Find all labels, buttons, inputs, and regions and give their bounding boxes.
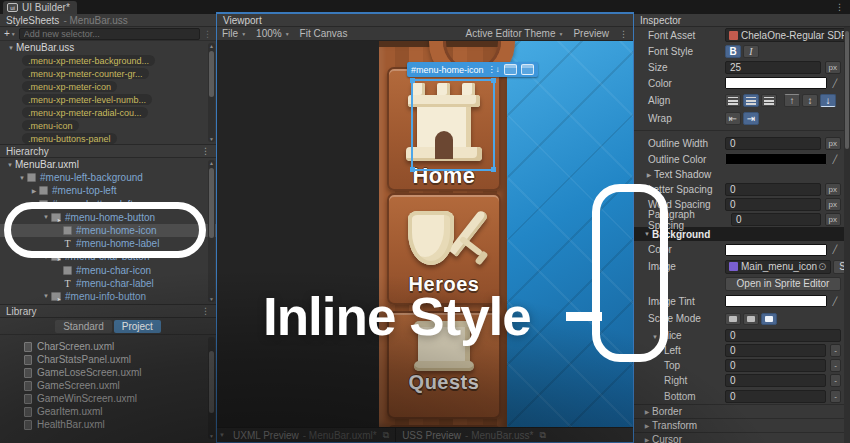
font-asset-field[interactable]: ChelaOne-Regular SDF T (Fon ⊙ [725,28,844,42]
zoom-dropdown[interactable]: 100%▼ [256,28,290,39]
file-menu[interactable]: File▼ [222,28,246,39]
resize-handle[interactable] [491,78,496,83]
drag-handle-icon[interactable]: ⋮↓ [488,65,500,74]
outline-width-field[interactable]: 0 [725,137,821,150]
scroll-down-icon[interactable]: ▼ [208,136,215,142]
eyedropper-icon[interactable]: ╱ [829,245,841,254]
anchor-widget-icon[interactable] [521,64,534,75]
unit-dropdown[interactable]: - [830,344,841,357]
scroll-up-icon[interactable]: ▲ [208,43,215,49]
object-picker-icon[interactable]: ⊙ [817,261,827,272]
unit-dropdown[interactable]: - [830,359,841,372]
word-spacing-field[interactable]: 0 [725,198,821,211]
outline-color-swatch[interactable] [725,153,827,165]
tab-ui-builder[interactable]: ui UI Builder* [3,1,77,14]
selection-header[interactable]: #menu-home-icon ⋮↓ [407,62,538,77]
foldout-arrow-icon[interactable]: ▶ [644,171,654,178]
color-swatch[interactable] [725,77,827,89]
selector-row[interactable]: .menu-xp-meter-counter-gr... [0,67,216,80]
uxml-preview-pane[interactable]: UXML Preview - MenuBar.uxml* ⧉ [227,428,395,442]
canvas[interactable]: Home Heroes Quests [217,41,633,427]
paragraph-spacing-field[interactable]: 0 [731,213,821,226]
slice-bottom-field[interactable]: 0 [725,390,826,403]
hierarchy-row[interactable]: ▼ #menu-left-background [0,171,216,184]
list-item[interactable]: GameScreen.uxml [0,379,216,392]
selection-outline[interactable] [411,79,495,171]
eyedropper-icon[interactable]: ╱ [829,79,841,88]
fit-canvas-button[interactable]: Fit Canvas [300,28,348,39]
resize-handle[interactable] [410,78,415,83]
wrap-off-button[interactable]: ⇤ [725,112,741,125]
hierarchy-scrollbar[interactable]: ▲ ▼ [208,160,215,302]
open-external-icon[interactable]: ⧉ [539,430,545,441]
letter-spacing-field[interactable]: 0 [725,183,821,196]
hierarchy-menu-icon[interactable]: ⋮ [201,146,210,156]
cursor-foldout[interactable]: ▶ Cursor [634,432,844,443]
unit-dropdown[interactable]: - [830,390,841,403]
border-foldout[interactable]: ▶ Border [634,404,844,418]
align-center-button[interactable] [743,94,759,107]
image-object-field[interactable]: Main_menu_icon ⊙ [725,260,831,274]
align-widget-icon[interactable] [504,64,517,75]
selector-row[interactable]: .menu-xp-meter-icon [0,80,216,93]
foldout-arrow-icon[interactable]: ▶ [642,422,652,429]
tab-project[interactable]: Project [114,320,161,333]
align-right-button[interactable] [761,94,777,107]
unit-dropdown[interactable]: px [825,183,841,196]
align-top-button[interactable]: ↑ [784,94,800,107]
text-shadow-foldout[interactable]: ▶ Text Shadow [634,167,844,182]
stylesheet-root-row[interactable]: ▼ MenuBar.uss [0,41,216,54]
stylesheets-scrollbar[interactable]: ▲ ▼ [208,43,215,142]
list-item[interactable]: CharStatsPanel.uxml [0,353,216,366]
list-item[interactable]: GameWinScreen.uxml [0,392,216,405]
bg-color-swatch[interactable] [725,244,827,256]
preview-toggle[interactable]: Preview [573,28,609,39]
selector-row[interactable]: .menu-xp-meter-radial-cou... [0,106,216,119]
italic-toggle[interactable]: I [743,45,759,58]
list-item[interactable]: CharScreen.uxml [0,340,216,353]
align-middle-button[interactable]: ↕ [802,94,818,107]
add-selector-button[interactable]: +▼ [4,28,16,39]
foldout-arrow-icon[interactable]: ▼ [5,162,15,168]
list-item[interactable]: HealthBar.uxml [0,418,216,431]
list-item[interactable]: GearItem.uxml [0,405,216,418]
scroll-down-icon[interactable]: ▼ [208,296,215,302]
unit-dropdown[interactable]: px [825,137,841,150]
add-selector-menu-icon[interactable]: ⋮ [203,29,212,39]
foldout-arrow-icon[interactable]: ▼ [6,45,16,51]
unit-dropdown[interactable]: px [825,213,841,226]
foldout-arrow-icon[interactable]: ▶ [29,187,39,194]
wrap-on-button[interactable]: ⇥ [743,112,759,125]
viewport-menu-icon[interactable]: ⋮ [619,29,628,39]
scroll-up-icon[interactable]: ▲ [208,160,215,166]
size-field[interactable]: 25 [725,61,821,74]
unit-dropdown[interactable]: px [825,198,841,211]
foldout-arrow-icon[interactable]: ▼ [217,432,227,438]
slice-left-field[interactable]: 0 [725,344,826,357]
hierarchy-row[interactable]: ▶ #menu-top-left [0,184,216,197]
inspector-menu-icon[interactable]: ⋮ [835,2,844,12]
hierarchy-row[interactable]: ▼ MenuBar.uxml [0,158,216,171]
image-type-dropdown[interactable]: Sprite▼ [833,260,844,274]
library-scrollbar[interactable]: ▼ [208,337,215,439]
scale-fill-button[interactable] [761,313,777,325]
menu-quests-label[interactable]: Quests [409,371,480,394]
foldout-arrow-icon[interactable]: ▶ [642,408,652,415]
slice-field[interactable]: 0 [725,329,841,342]
resize-handle[interactable] [410,167,415,172]
eyedropper-icon[interactable]: ╱ [829,297,841,306]
align-bottom-button[interactable]: ↓ [820,94,836,107]
selector-row[interactable]: .menu-icon [0,119,216,132]
selector-row[interactable]: .menu-xp-meter-level-numb... [0,93,216,106]
list-item[interactable]: GameLoseScreen.uxml [0,366,216,379]
align-left-button[interactable] [725,94,741,107]
open-sprite-editor-button[interactable]: Open in Sprite Editor [725,277,841,291]
inspector-scrollbar[interactable] [844,27,850,443]
scale-fit-button[interactable] [743,313,759,325]
hierarchy-row[interactable]: ▼ #menu-info-button [0,290,216,303]
image-tint-swatch[interactable] [725,295,827,307]
tab-standard[interactable]: Standard [55,320,112,333]
bold-toggle[interactable]: B [725,45,741,58]
uss-preview-pane[interactable]: USS Preview - MenuBar.uss* ⧉ [396,428,552,442]
resize-handle[interactable] [491,167,496,172]
